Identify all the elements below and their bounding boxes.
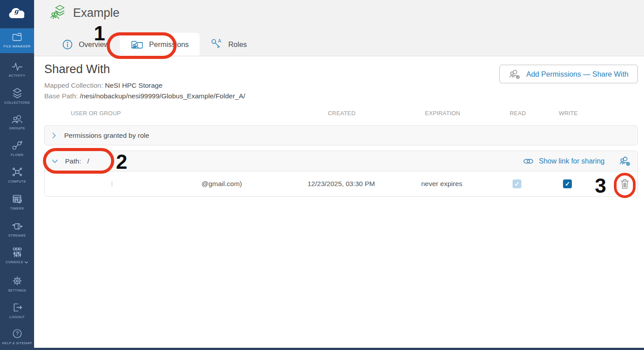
tab-label: Overview xyxy=(79,40,109,49)
path-label: Path: xyxy=(65,157,81,165)
sidebar-item-collections[interactable]: COLLECTIONS xyxy=(0,87,34,105)
groups-icon xyxy=(11,114,23,124)
tab-permissions[interactable]: Permissions xyxy=(120,33,200,56)
permission-created: 12/23/2025, 03:30 PM xyxy=(304,171,379,196)
column-header-read: READ xyxy=(505,110,531,117)
column-header-write: WRITE xyxy=(555,110,582,117)
shared-with-heading: Shared With xyxy=(44,62,110,76)
sidebar-item-label: FILE MANAGER xyxy=(0,44,34,48)
globus-logo[interactable]: g xyxy=(0,0,34,27)
sidebar-item-label: STREAMS xyxy=(0,233,34,237)
sidebar-item-label: COLLECTIONS xyxy=(0,101,34,105)
page-header: Example Overview xyxy=(34,0,644,56)
permissions-folder-icon xyxy=(131,39,144,50)
sidebar-item-label: GROUPS xyxy=(0,126,34,130)
sidebar-item-label: COMPUTE xyxy=(0,179,34,183)
read-checkbox[interactable] xyxy=(513,179,521,188)
sidebar-item-streams[interactable]: STREAMS xyxy=(0,221,34,237)
sidebar-item-label: FLOWS xyxy=(0,153,34,157)
sidebar: g FILE MANAGER ACTIVITY COLLECTIONS xyxy=(0,0,34,350)
tab-overview[interactable]: Overview xyxy=(51,33,120,56)
write-checkbox[interactable] xyxy=(563,179,572,188)
svg-text:?: ? xyxy=(15,331,19,337)
streams-icon xyxy=(11,221,23,232)
add-permission-path-button[interactable] xyxy=(619,156,631,167)
info-icon xyxy=(62,39,73,51)
activity-icon xyxy=(12,61,23,72)
help-icon: ? xyxy=(12,328,23,339)
footer-bar xyxy=(0,348,644,350)
globus-app: g FILE MANAGER ACTIVITY COLLECTIONS xyxy=(0,0,644,350)
collections-icon xyxy=(12,87,23,99)
path-value: / xyxy=(87,157,89,165)
base-path-line: Base Path: /nesi/nobackup/nesi99999/Glob… xyxy=(44,92,245,100)
sidebar-item-settings[interactable]: SETTINGS xyxy=(0,275,34,292)
sidebar-item-flows[interactable]: FLOWS xyxy=(0,140,34,157)
add-permissions-button[interactable]: Add Permissions — Share With xyxy=(499,65,638,83)
sidebar-item-file-manager[interactable]: FILE MANAGER xyxy=(0,28,34,53)
flows-icon xyxy=(12,140,23,151)
compute-icon xyxy=(11,166,23,178)
sidebar-item-compute[interactable]: COMPUTE xyxy=(0,166,34,183)
show-link-label: Show link for sharing xyxy=(539,157,605,165)
logout-icon xyxy=(12,302,23,313)
svg-text:A: A xyxy=(218,38,221,43)
main-content: Shared With Add Permissions — Share With… xyxy=(34,57,644,348)
add-people-icon xyxy=(509,69,521,80)
tab-label: Roles xyxy=(228,40,247,49)
tab-roles[interactable]: A Roles xyxy=(200,33,258,56)
mapped-collection-value: NeSI HPC Storage xyxy=(105,82,162,89)
mapped-collection-line: Mapped Collection: NeSI HPC Storage xyxy=(44,82,162,89)
column-header-expiration: EXPIRATION xyxy=(416,110,469,117)
base-path-label: Base Path: xyxy=(44,92,78,100)
chevron-right-icon xyxy=(50,132,58,140)
page-title: Example xyxy=(73,6,120,20)
sidebar-item-logout[interactable]: LOGOUT xyxy=(0,302,34,319)
permission-table-row: @gmail.com) 12/23/2025, 03:30 PM never e… xyxy=(45,171,637,196)
permission-user: @gmail.com) xyxy=(111,171,332,196)
tab-label: Permissions xyxy=(149,40,189,49)
chevron-down-icon xyxy=(51,157,59,165)
path-section: Path: / Show link for sharing xyxy=(44,151,638,197)
key-icon: A xyxy=(210,38,223,51)
sidebar-item-label: TIMERS xyxy=(0,206,34,210)
sidebar-item-label: CONSOLE xyxy=(0,260,34,264)
path-header-row[interactable]: Path: / Show link for sharing xyxy=(45,151,637,171)
trash-icon xyxy=(619,178,630,190)
sidebar-item-label: LOGOUT xyxy=(0,315,34,319)
sidebar-item-label: ACTIVITY xyxy=(0,74,34,78)
role-row-label: Permissions granted by role xyxy=(64,132,149,140)
sidebar-item-help[interactable]: ? HELP & SITEMAP xyxy=(0,328,34,345)
sidebar-item-activity[interactable]: ACTIVITY xyxy=(0,61,34,78)
permission-expiration: never expires xyxy=(413,171,470,196)
guest-collection-icon xyxy=(50,4,67,21)
console-icon xyxy=(11,247,23,258)
sidebar-item-groups[interactable]: GROUPS xyxy=(0,114,34,130)
sidebar-item-timers[interactable]: TIMERS xyxy=(0,193,34,210)
gear-icon xyxy=(12,275,23,287)
mapped-collection-label: Mapped Collection: xyxy=(44,82,103,89)
role-permissions-row[interactable]: Permissions granted by role xyxy=(44,125,638,145)
globus-cloud-icon: g xyxy=(7,7,27,21)
show-link-for-sharing[interactable]: Show link for sharing xyxy=(523,157,605,165)
sidebar-item-console[interactable]: CONSOLE xyxy=(0,247,34,264)
column-header-user-or-group: USER OR GROUP xyxy=(71,110,121,117)
add-permissions-label: Add Permissions — Share With xyxy=(526,70,629,78)
chevron-down-icon xyxy=(24,261,28,264)
column-header-created: CREATED xyxy=(306,110,377,117)
delete-permission-button[interactable] xyxy=(616,171,633,196)
sidebar-item-label: HELP & SITEMAP xyxy=(0,341,34,345)
tab-bar: Overview Permissions A xyxy=(51,33,258,56)
link-icon xyxy=(523,157,534,165)
folder-icon xyxy=(12,32,23,43)
timers-icon xyxy=(12,193,23,205)
sidebar-item-label: SETTINGS xyxy=(0,288,34,292)
base-path-value: /nesi/nobackup/nesi99999/Globus_Example/… xyxy=(80,92,245,100)
add-people-icon xyxy=(619,156,631,167)
